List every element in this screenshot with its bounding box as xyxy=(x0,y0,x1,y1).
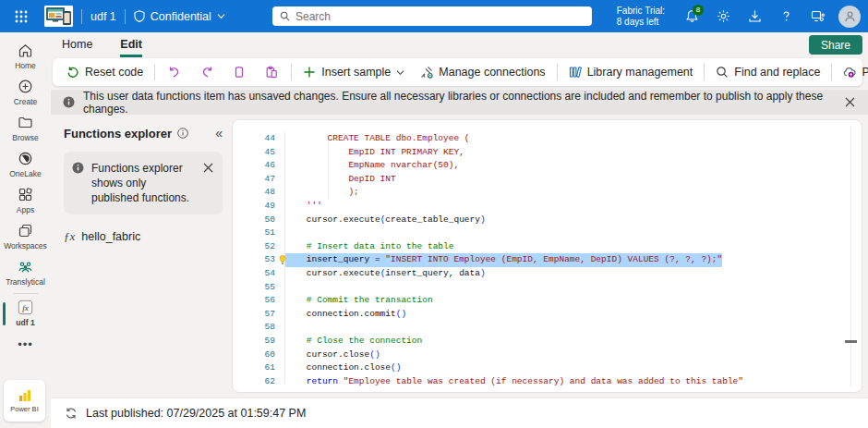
redo-button[interactable] xyxy=(194,66,220,79)
sidebar-item-translytical[interactable]: Translytical xyxy=(0,255,51,291)
code-line[interactable]: 51 xyxy=(233,226,862,240)
code-line[interactable]: 48 ); xyxy=(233,186,862,200)
line-number: 52 xyxy=(233,240,275,254)
code-text: # Insert data into the table xyxy=(285,240,453,254)
code-line[interactable]: 49 ''' xyxy=(233,200,862,214)
item-logo[interactable] xyxy=(44,6,73,27)
global-search[interactable] xyxy=(272,6,592,26)
info-card-text: Functions explorer shows only published … xyxy=(91,161,195,205)
undo-button[interactable] xyxy=(162,66,187,79)
lightbulb-icon[interactable] xyxy=(277,254,288,265)
code-text: EmpID INT PRIMARY KEY, xyxy=(285,146,464,160)
account-avatar[interactable] xyxy=(838,6,861,28)
functions-explorer-panel: Functions explorer « Functions explorer … xyxy=(51,115,232,393)
item-name: udf 1 xyxy=(90,10,116,23)
code-line[interactable]: 55 xyxy=(233,281,862,295)
sidebar-item-onelake[interactable]: OneLake xyxy=(0,147,51,183)
code-line[interactable]: 46 EmpName nvarchar(50), xyxy=(233,159,862,173)
code-line[interactable]: 44 CREATE TABLE dbo.Employee ( xyxy=(233,132,862,146)
code-text: cursor.execute(create_table_query) xyxy=(285,214,486,227)
line-number: 54 xyxy=(233,267,275,281)
manage-connections-icon xyxy=(420,66,433,79)
banner-text: This user data functions item has unsave… xyxy=(83,90,836,116)
line-number: 44 xyxy=(233,132,275,146)
publish-button[interactable]: Publish xyxy=(838,66,868,79)
code-line[interactable]: 45 EmpID INT PRIMARY KEY, xyxy=(233,146,862,160)
sidebar-item-udf1[interactable]: fx udf 1 xyxy=(0,296,51,332)
line-number: 59 xyxy=(233,335,275,349)
settings-button[interactable] xyxy=(709,3,737,31)
tab-bar: Home Edit Share xyxy=(51,32,868,57)
share-button[interactable]: Share xyxy=(809,35,862,55)
code-line[interactable]: 53 insert_query = "INSERT INTO Employee … xyxy=(233,253,862,267)
sidebar-item-home[interactable]: Home xyxy=(0,39,51,75)
code-text: ); xyxy=(285,186,359,200)
code-text: connection.close() xyxy=(285,361,401,375)
downloads-button[interactable] xyxy=(741,3,768,31)
code-lines: 44 CREATE TABLE dbo.Employee (45 EmpID I… xyxy=(233,132,862,388)
content-area: Functions explorer « Functions explorer … xyxy=(51,115,868,393)
collapse-panel-icon[interactable]: « xyxy=(215,126,223,141)
line-number: 62 xyxy=(233,375,275,389)
rail-divider xyxy=(14,293,38,294)
publish-cloud-icon xyxy=(843,66,856,79)
code-line[interactable]: 52 # Insert data into the table xyxy=(233,240,862,254)
paste-icon xyxy=(265,66,278,79)
manage-connections-button[interactable]: Manage connections xyxy=(416,66,549,79)
last-published-text: Last published: 07/29/2025 at 01:59:47 P… xyxy=(86,407,306,420)
sensitivity-label-text: Confidential xyxy=(151,10,211,23)
code-text: ''' xyxy=(285,200,322,214)
info-outline-icon[interactable] xyxy=(177,128,188,139)
copy-icon xyxy=(233,66,246,79)
code-line[interactable]: 59 # Close the connection xyxy=(233,335,862,349)
udf-function-icon: fx xyxy=(18,300,33,315)
code-line[interactable]: 58 xyxy=(233,321,862,335)
search-input[interactable] xyxy=(295,10,585,23)
overview-ruler-marker xyxy=(845,340,857,343)
find-and-replace-button[interactable]: Find and replace xyxy=(711,66,825,79)
code-line[interactable]: 47 DepID INT xyxy=(233,173,862,187)
reset-code-button[interactable]: Reset code xyxy=(62,66,148,79)
sidebar-item-apps[interactable]: Apps xyxy=(0,183,51,219)
sidebar-item-browse[interactable]: Browse xyxy=(0,111,51,147)
power-bi-switcher[interactable]: Power BI xyxy=(4,380,45,422)
topbar-actions: Fabric Trial: 8 days left 8 xyxy=(617,3,861,31)
person-icon xyxy=(844,10,856,22)
tab-home[interactable]: Home xyxy=(62,38,92,57)
function-list-item[interactable]: ƒx hello_fabric xyxy=(64,229,223,244)
app-launcher-button[interactable] xyxy=(7,3,35,31)
editor-scrollbar[interactable] xyxy=(850,126,851,386)
code-line[interactable]: 54 cursor.execute(insert_query, data) xyxy=(233,267,862,281)
sidebar-item-workspaces[interactable]: Workspaces xyxy=(0,219,51,255)
toolbar-divider xyxy=(291,64,292,80)
code-line[interactable]: 57 connection.commit() xyxy=(233,308,862,322)
sensitivity-label-button[interactable]: Confidential xyxy=(134,10,225,23)
code-line[interactable]: 56 # Commit the transaction xyxy=(233,294,862,308)
line-number: 46 xyxy=(233,159,275,173)
info-card-close-icon[interactable] xyxy=(202,162,214,174)
trial-status[interactable]: Fabric Trial: 8 days left xyxy=(617,6,665,28)
library-management-button[interactable]: Library management xyxy=(564,66,698,79)
banner-close-icon[interactable] xyxy=(844,96,856,108)
code-line[interactable]: 60 cursor.close() xyxy=(233,349,862,362)
feedback-button[interactable] xyxy=(803,3,831,31)
code-text: DepID INT xyxy=(285,173,396,187)
insert-sample-button[interactable]: Insert sample xyxy=(298,66,409,79)
line-number: 48 xyxy=(233,186,275,200)
code-text: CREATE TABLE dbo.Employee ( xyxy=(285,132,470,146)
paste-button[interactable] xyxy=(259,66,284,79)
code-line[interactable]: 61 connection.close() xyxy=(233,361,862,375)
code-line[interactable]: 62 return "Employee table was created (i… xyxy=(233,375,862,389)
tab-edit[interactable]: Edit xyxy=(120,38,142,57)
editor-toolbar: Reset code Insert sample xyxy=(53,58,862,86)
sidebar-item-create[interactable]: Create xyxy=(0,75,51,111)
undo-icon xyxy=(168,66,181,79)
help-button[interactable] xyxy=(772,3,800,31)
notifications-button[interactable]: 8 xyxy=(678,3,705,31)
code-text: # Close the connection xyxy=(285,335,422,349)
rail-more-button[interactable]: ••• xyxy=(18,332,33,357)
code-editor[interactable]: 44 CREATE TABLE dbo.Employee (45 EmpID I… xyxy=(232,119,862,393)
copy-button[interactable] xyxy=(226,66,252,79)
toolbar-divider xyxy=(557,64,558,80)
code-line[interactable]: 50 cursor.execute(create_table_query) xyxy=(233,214,862,227)
